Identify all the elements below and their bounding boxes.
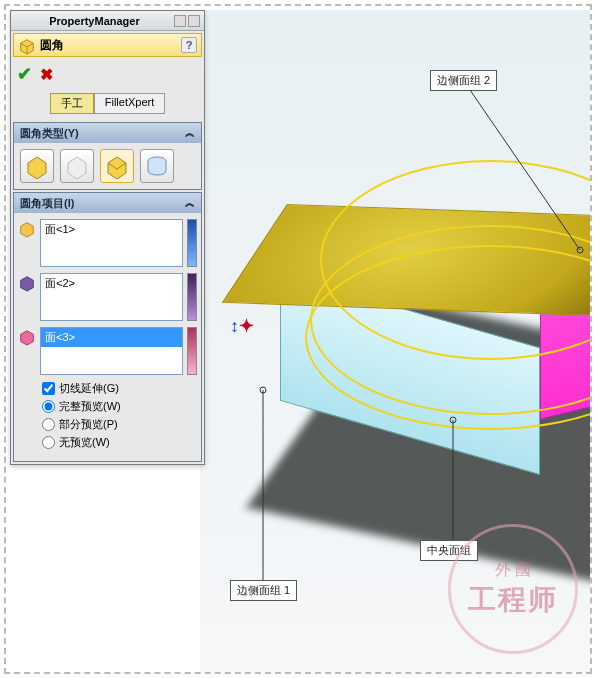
watermark-line1: 外 國 xyxy=(495,560,531,581)
face-selection-list-3[interactable]: 面<3> xyxy=(40,327,183,375)
color-indicator xyxy=(187,327,197,375)
property-manager-panel: PropertyManager 圆角 ? ✔ ✖ 手工 FilletXpert … xyxy=(10,10,205,465)
section-title: 圆角项目(I) xyxy=(20,196,74,211)
no-preview-radio[interactable]: 无预览(W) xyxy=(42,435,197,450)
section-title: 圆角类型(Y) xyxy=(20,126,79,141)
fillet-type-section: 圆角类型(Y) ︽ xyxy=(13,122,202,190)
collapse-icon: ︽ xyxy=(185,196,195,210)
fillet-type-variable[interactable] xyxy=(60,149,94,183)
radio-input[interactable] xyxy=(42,436,55,449)
pushpin-icon[interactable] xyxy=(188,15,200,27)
face-set-icon xyxy=(18,220,36,238)
face-selection-list-2[interactable]: 面<2> xyxy=(40,273,183,321)
list-item[interactable]: 面<3> xyxy=(41,328,182,347)
radio-input[interactable] xyxy=(42,400,55,413)
list-item[interactable]: 面<1> xyxy=(41,220,182,239)
callout-side-group-2: 边侧面组 2 xyxy=(430,70,497,91)
model-viewport[interactable]: ↕✦ 边侧面组 2 中央面组 边侧面组 1 外 國 工程师 xyxy=(200,10,590,672)
fillet-type-full-round[interactable] xyxy=(140,149,174,183)
collapse-icon: ︽ xyxy=(185,126,195,140)
tangent-propagation-checkbox[interactable]: 切线延伸(G) xyxy=(42,381,197,396)
mode-filletxpert-button[interactable]: FilletXpert xyxy=(94,93,166,114)
mode-row: 手工 FilletXpert xyxy=(11,89,204,120)
view-triad-icon: ↕✦ xyxy=(230,315,254,337)
help-button[interactable]: ? xyxy=(181,37,197,53)
confirm-row: ✔ ✖ xyxy=(11,59,204,89)
watermark: 外 國 工程师 xyxy=(448,524,578,654)
keep-visible-icon[interactable] xyxy=(174,15,186,27)
fillet-type-constant[interactable] xyxy=(20,149,54,183)
face-set-row: 面<1> xyxy=(18,219,197,267)
face-selection-list-1[interactable]: 面<1> xyxy=(40,219,183,267)
panel-titlebar: PropertyManager xyxy=(11,11,204,31)
list-item[interactable]: 面<2> xyxy=(41,274,182,293)
fillet-items-section: 圆角项目(I) ︽ 面<1> 面<2> 面<3> xyxy=(13,192,202,462)
full-preview-radio[interactable]: 完整预览(W) xyxy=(42,399,197,414)
watermark-line2: 工程师 xyxy=(468,581,558,619)
svg-line-0 xyxy=(470,90,580,250)
mode-manual-button[interactable]: 手工 xyxy=(50,93,94,114)
callout-label: 边侧面组 2 xyxy=(430,70,497,91)
face-set-icon xyxy=(18,274,36,292)
callout-side-group-1: 边侧面组 1 xyxy=(230,580,297,601)
fillet-feature-icon xyxy=(18,37,36,55)
face-set-row: 面<3> xyxy=(18,327,197,375)
section-header[interactable]: 圆角项目(I) ︽ xyxy=(14,193,201,213)
checkbox-input[interactable] xyxy=(42,382,55,395)
feature-header: 圆角 ? xyxy=(13,33,202,57)
face-set-icon xyxy=(18,328,36,346)
partial-preview-radio[interactable]: 部分预览(P) xyxy=(42,417,197,432)
cancel-button[interactable]: ✖ xyxy=(40,65,53,84)
feature-name: 圆角 xyxy=(36,37,181,54)
face-set-row: 面<2> xyxy=(18,273,197,321)
radio-input[interactable] xyxy=(42,418,55,431)
ok-button[interactable]: ✔ xyxy=(17,63,32,85)
color-indicator xyxy=(187,273,197,321)
preview-options: 切线延伸(G) 完整预览(W) 部分预览(P) 无预览(W) xyxy=(18,381,197,450)
section-header[interactable]: 圆角类型(Y) ︽ xyxy=(14,123,201,143)
panel-title-text: PropertyManager xyxy=(15,15,174,27)
color-indicator xyxy=(187,219,197,267)
fillet-type-face[interactable] xyxy=(100,149,134,183)
